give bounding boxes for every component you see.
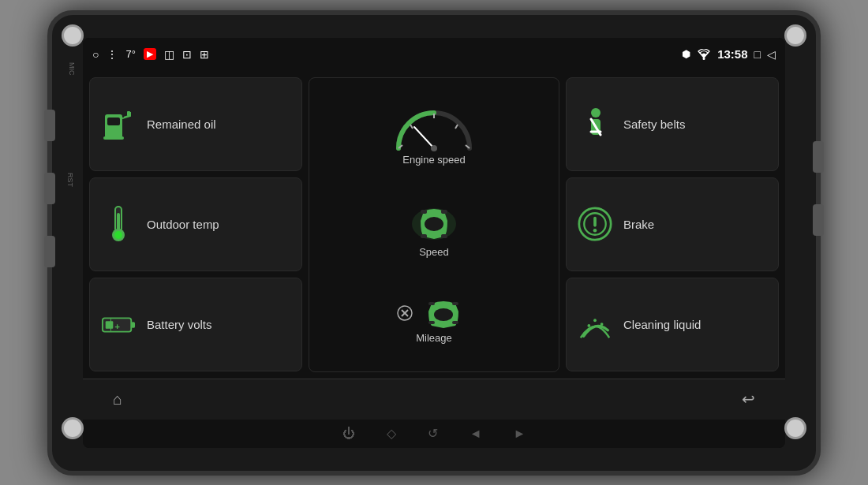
speed-section: Speed bbox=[406, 203, 462, 258]
square-icon: □ bbox=[754, 48, 761, 61]
main-content: Remained oil Outdoor temp bbox=[83, 71, 785, 379]
physical-buttons-bar: ⏻ ◇ ↺ ◄ ► bbox=[83, 420, 785, 448]
back-nav-icon[interactable]: ◁ bbox=[767, 48, 776, 61]
mileage-car-icon bbox=[416, 296, 471, 330]
speed-car-icon bbox=[406, 203, 462, 244]
battery-icon: - + bbox=[101, 308, 136, 342]
fuel-icon bbox=[101, 106, 136, 141]
svg-line-18 bbox=[455, 125, 458, 129]
side-button-left-top[interactable] bbox=[44, 110, 55, 141]
cleaning-liquid-label: Cleaning liquid bbox=[623, 318, 701, 331]
cleaning-liquid-tile[interactable]: Cleaning liquid bbox=[566, 278, 779, 371]
svg-rect-24 bbox=[421, 210, 427, 214]
warning-x-icon bbox=[397, 305, 413, 321]
temperature-display: 7° bbox=[125, 48, 135, 60]
svg-line-20 bbox=[414, 127, 434, 148]
svg-rect-27 bbox=[441, 234, 447, 238]
svg-line-16 bbox=[410, 125, 413, 129]
svg-rect-32 bbox=[428, 302, 435, 305]
vol-up-button[interactable]: ► bbox=[514, 427, 526, 441]
power-button[interactable]: ⏻ bbox=[342, 427, 355, 441]
svg-rect-3 bbox=[127, 111, 130, 116]
svg-rect-42 bbox=[593, 217, 597, 227]
svg-rect-25 bbox=[441, 210, 447, 214]
rst-label: RST bbox=[66, 173, 74, 187]
mileage-label: Mileage bbox=[416, 332, 452, 344]
svg-point-36 bbox=[591, 108, 600, 118]
svg-text:-: - bbox=[106, 322, 109, 331]
svg-point-44 bbox=[587, 324, 590, 327]
speed-label: Speed bbox=[419, 246, 449, 258]
svg-point-0 bbox=[703, 58, 705, 60]
screw-bl bbox=[62, 417, 84, 439]
svg-point-43 bbox=[593, 229, 597, 233]
thermometer-icon bbox=[101, 207, 136, 241]
screw-tr bbox=[784, 24, 806, 47]
svg-rect-35 bbox=[452, 321, 458, 324]
cam1-icon: ◫ bbox=[164, 48, 174, 61]
seatbelt-icon bbox=[578, 106, 612, 141]
right-column: Safety belts bbox=[566, 77, 779, 372]
screw-br bbox=[784, 417, 806, 439]
back-phys-button[interactable]: ↺ bbox=[428, 426, 438, 441]
remained-oil-tile[interactable]: Remained oil bbox=[89, 77, 302, 171]
status-bar: ○ ⋮ 7° ▶ ◫ ⊡ ⊞ ⬢ 13:58 □ ◁ bbox=[83, 38, 785, 71]
side-button-right-top[interactable] bbox=[813, 141, 824, 173]
svg-text:+: + bbox=[114, 322, 120, 331]
side-button-left-mid[interactable] bbox=[44, 173, 55, 204]
side-button-left-bot[interactable] bbox=[44, 236, 55, 267]
battery-volts-tile[interactable]: - + Battery volts bbox=[89, 278, 302, 371]
bottom-nav-bar: ⌂ ↩ bbox=[83, 379, 785, 420]
mileage-section: Mileage bbox=[397, 296, 471, 344]
speedometer-gauge-icon bbox=[391, 105, 477, 152]
brake-label: Brake bbox=[623, 218, 654, 231]
home-button[interactable]: ⌂ bbox=[107, 384, 129, 415]
svg-point-23 bbox=[425, 217, 443, 231]
wiper-icon bbox=[578, 308, 612, 342]
center-panel[interactable]: Engine speed bbox=[309, 77, 559, 372]
svg-rect-10 bbox=[131, 322, 135, 328]
engine-speed-label: Engine speed bbox=[402, 154, 466, 166]
center-column: Engine speed bbox=[309, 77, 559, 372]
svg-point-21 bbox=[431, 145, 437, 151]
svg-rect-34 bbox=[428, 321, 435, 324]
outdoor-temp-label: Outdoor temp bbox=[147, 218, 219, 231]
bluetooth-icon: ⬢ bbox=[682, 48, 690, 60]
svg-rect-6 bbox=[117, 213, 120, 230]
brake-icon bbox=[578, 207, 612, 241]
svg-rect-33 bbox=[452, 302, 458, 305]
safety-belts-tile[interactable]: Safety belts bbox=[566, 77, 779, 171]
svg-rect-26 bbox=[421, 234, 427, 238]
wifi-icon bbox=[697, 49, 711, 60]
svg-point-31 bbox=[434, 308, 453, 321]
youtube-icon[interactable]: ▶ bbox=[144, 48, 156, 60]
side-button-right-bot[interactable] bbox=[813, 204, 824, 236]
remained-oil-label: Remained oil bbox=[147, 118, 216, 131]
back-button[interactable]: ↩ bbox=[735, 383, 761, 415]
engine-speed-section: Engine speed bbox=[391, 105, 477, 166]
menu-icon: ⋮ bbox=[107, 48, 118, 61]
vol-down-button[interactable]: ◄ bbox=[470, 427, 482, 441]
device-body: MIC RST ○ ⋮ 7° ▶ ◫ ⊡ ⊞ ⬢ bbox=[47, 10, 821, 476]
cam3-icon: ⊞ bbox=[200, 48, 209, 61]
brake-tile[interactable]: Brake bbox=[566, 177, 779, 271]
svg-point-45 bbox=[593, 319, 597, 322]
svg-point-8 bbox=[114, 231, 122, 239]
svg-rect-4 bbox=[103, 136, 124, 140]
screen: ○ ⋮ 7° ▶ ◫ ⊡ ⊞ ⬢ 13:58 □ ◁ bbox=[83, 38, 785, 448]
home-phys-button[interactable]: ◇ bbox=[387, 426, 396, 441]
svg-rect-2 bbox=[107, 118, 120, 125]
circle-icon: ○ bbox=[92, 48, 99, 61]
mic-label: MIC bbox=[68, 62, 76, 76]
cam2-icon: ⊡ bbox=[182, 48, 192, 61]
svg-point-46 bbox=[600, 323, 604, 326]
battery-volts-label: Battery volts bbox=[147, 318, 212, 331]
safety-belts-label: Safety belts bbox=[623, 118, 685, 131]
time-display: 13:58 bbox=[717, 47, 747, 61]
screw-tl bbox=[62, 24, 84, 47]
left-column: Remained oil Outdoor temp bbox=[89, 77, 302, 372]
outdoor-temp-tile[interactable]: Outdoor temp bbox=[89, 177, 302, 271]
